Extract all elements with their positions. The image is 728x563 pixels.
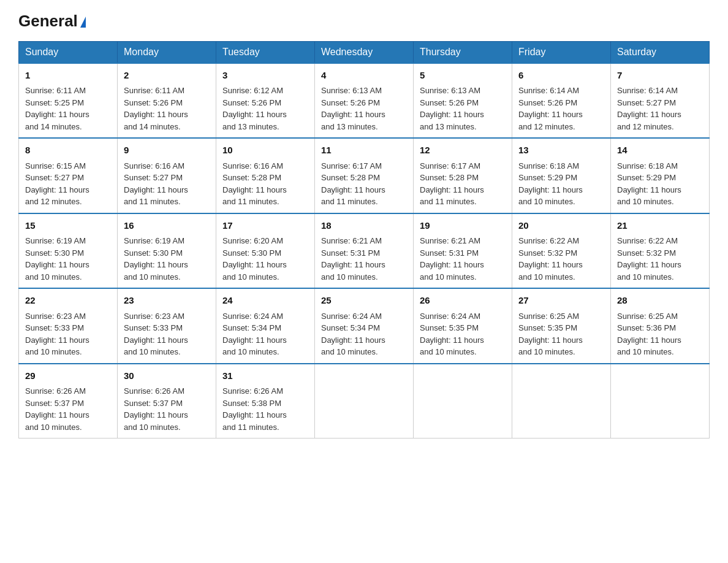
daylight-minutes-6: and 12 minutes. — [518, 121, 604, 133]
day-cell-2: 2Sunrise: 6:11 AMSunset: 5:26 PMDaylight… — [118, 63, 216, 139]
daylight-minutes-19: and 10 minutes. — [420, 271, 506, 283]
daylight-minutes-17: and 10 minutes. — [222, 271, 308, 283]
day-number-19: 19 — [420, 219, 506, 233]
sunset-text-18: Sunset: 5:31 PM — [321, 247, 407, 259]
sunset-text-21: Sunset: 5:32 PM — [617, 247, 703, 259]
weekday-header-tuesday: Tuesday — [216, 41, 315, 63]
daylight-hours-29: Daylight: 11 hours — [25, 409, 111, 421]
daylight-hours-12: Daylight: 11 hours — [420, 184, 506, 196]
daylight-minutes-29: and 10 minutes. — [25, 421, 111, 434]
daylight-hours-20: Daylight: 11 hours — [518, 259, 604, 271]
sunrise-text-27: Sunrise: 6:25 AM — [518, 310, 604, 323]
sunrise-text-7: Sunrise: 6:14 AM — [617, 85, 703, 97]
sunrise-text-14: Sunrise: 6:18 AM — [617, 160, 703, 172]
day-cell-8: 8Sunrise: 6:15 AMSunset: 5:27 PMDaylight… — [19, 138, 118, 213]
page-header: General — [18, 12, 710, 30]
sunrise-text-2: Sunrise: 6:11 AM — [124, 85, 210, 97]
sunrise-text-10: Sunrise: 6:16 AM — [222, 160, 308, 172]
sunset-text-25: Sunset: 5:34 PM — [321, 322, 407, 334]
sunrise-text-3: Sunrise: 6:12 AM — [222, 85, 308, 97]
day-number-21: 21 — [617, 219, 703, 233]
daylight-minutes-12: and 11 minutes. — [420, 196, 506, 208]
day-number-16: 16 — [124, 219, 210, 233]
daylight-minutes-16: and 10 minutes. — [124, 271, 210, 283]
daylight-hours-4: Daylight: 11 hours — [321, 109, 407, 121]
sunset-text-4: Sunset: 5:26 PM — [321, 97, 407, 109]
sunset-text-14: Sunset: 5:29 PM — [617, 172, 703, 184]
day-number-23: 23 — [124, 294, 210, 308]
daylight-minutes-10: and 11 minutes. — [222, 196, 308, 208]
sunset-text-5: Sunset: 5:26 PM — [420, 97, 506, 109]
daylight-hours-13: Daylight: 11 hours — [518, 184, 604, 196]
daylight-hours-6: Daylight: 11 hours — [518, 109, 604, 121]
day-cell-25: 25Sunrise: 6:24 AMSunset: 5:34 PMDayligh… — [315, 288, 414, 364]
sunset-text-27: Sunset: 5:35 PM — [518, 322, 604, 334]
day-cell-11: 11Sunrise: 6:17 AMSunset: 5:28 PMDayligh… — [315, 138, 414, 213]
sunset-text-26: Sunset: 5:35 PM — [420, 322, 506, 334]
day-cell-1: 1Sunrise: 6:11 AMSunset: 5:25 PMDaylight… — [19, 63, 118, 139]
daylight-minutes-7: and 12 minutes. — [617, 121, 703, 133]
sunset-text-8: Sunset: 5:27 PM — [25, 172, 111, 184]
day-cell-19: 19Sunrise: 6:21 AMSunset: 5:31 PMDayligh… — [414, 213, 512, 289]
day-number-31: 31 — [222, 369, 308, 383]
sunrise-text-25: Sunrise: 6:24 AM — [321, 310, 407, 323]
sunset-text-2: Sunset: 5:26 PM — [124, 97, 210, 109]
daylight-minutes-4: and 13 minutes. — [321, 121, 407, 133]
logo-triangle-icon — [80, 17, 86, 28]
daylight-hours-25: Daylight: 11 hours — [321, 334, 407, 347]
weekday-header-row: SundayMondayTuesdayWednesdayThursdayFrid… — [19, 41, 710, 63]
weekday-header-sunday: Sunday — [19, 41, 118, 63]
sunset-text-17: Sunset: 5:30 PM — [222, 247, 308, 259]
day-number-15: 15 — [25, 219, 111, 233]
sunrise-text-5: Sunrise: 6:13 AM — [420, 85, 506, 97]
day-cell-24: 24Sunrise: 6:24 AMSunset: 5:34 PMDayligh… — [216, 288, 315, 364]
daylight-hours-2: Daylight: 11 hours — [124, 109, 210, 121]
daylight-hours-19: Daylight: 11 hours — [420, 259, 506, 271]
daylight-minutes-21: and 10 minutes. — [617, 271, 703, 283]
sunrise-text-17: Sunrise: 6:20 AM — [222, 235, 308, 247]
sunrise-text-23: Sunrise: 6:23 AM — [124, 310, 210, 323]
day-cell-17: 17Sunrise: 6:20 AMSunset: 5:30 PMDayligh… — [216, 213, 315, 289]
day-cell-16: 16Sunrise: 6:19 AMSunset: 5:30 PMDayligh… — [118, 213, 216, 289]
day-number-11: 11 — [321, 144, 407, 158]
day-cell-14: 14Sunrise: 6:18 AMSunset: 5:29 PMDayligh… — [611, 138, 710, 213]
daylight-minutes-9: and 11 minutes. — [124, 196, 210, 208]
daylight-hours-27: Daylight: 11 hours — [518, 334, 604, 347]
sunrise-text-24: Sunrise: 6:24 AM — [222, 310, 308, 323]
daylight-hours-8: Daylight: 11 hours — [25, 184, 111, 196]
day-number-28: 28 — [617, 294, 703, 308]
daylight-minutes-24: and 10 minutes. — [222, 346, 308, 358]
daylight-minutes-25: and 10 minutes. — [321, 346, 407, 358]
day-number-14: 14 — [617, 144, 703, 158]
day-cell-22: 22Sunrise: 6:23 AMSunset: 5:33 PMDayligh… — [19, 288, 118, 364]
sunset-text-29: Sunset: 5:37 PM — [25, 397, 111, 410]
sunrise-text-20: Sunrise: 6:22 AM — [518, 235, 604, 247]
day-number-25: 25 — [321, 294, 407, 308]
weekday-header-monday: Monday — [118, 41, 216, 63]
daylight-hours-18: Daylight: 11 hours — [321, 259, 407, 271]
sunrise-text-13: Sunrise: 6:18 AM — [518, 160, 604, 172]
daylight-minutes-2: and 14 minutes. — [124, 121, 210, 133]
day-cell-12: 12Sunrise: 6:17 AMSunset: 5:28 PMDayligh… — [414, 138, 512, 213]
day-cell-28: 28Sunrise: 6:25 AMSunset: 5:36 PMDayligh… — [611, 288, 710, 364]
day-cell-15: 15Sunrise: 6:19 AMSunset: 5:30 PMDayligh… — [19, 213, 118, 289]
day-number-8: 8 — [25, 144, 111, 158]
daylight-hours-30: Daylight: 11 hours — [124, 409, 210, 421]
sunrise-text-26: Sunrise: 6:24 AM — [420, 310, 506, 323]
weekday-header-friday: Friday — [512, 41, 611, 63]
day-number-5: 5 — [420, 69, 506, 83]
daylight-hours-14: Daylight: 11 hours — [617, 184, 703, 196]
day-number-10: 10 — [222, 144, 308, 158]
day-cell-20: 20Sunrise: 6:22 AMSunset: 5:32 PMDayligh… — [512, 213, 611, 289]
daylight-hours-3: Daylight: 11 hours — [222, 109, 308, 121]
empty-cell — [611, 364, 710, 439]
day-cell-10: 10Sunrise: 6:16 AMSunset: 5:28 PMDayligh… — [216, 138, 315, 213]
sunset-text-22: Sunset: 5:33 PM — [25, 322, 111, 334]
sunset-text-11: Sunset: 5:28 PM — [321, 172, 407, 184]
daylight-minutes-8: and 12 minutes. — [25, 196, 111, 208]
sunset-text-24: Sunset: 5:34 PM — [222, 322, 308, 334]
sunrise-text-29: Sunrise: 6:26 AM — [25, 385, 111, 397]
sunset-text-9: Sunset: 5:27 PM — [124, 172, 210, 184]
day-number-17: 17 — [222, 219, 308, 233]
daylight-hours-22: Daylight: 11 hours — [25, 334, 111, 347]
